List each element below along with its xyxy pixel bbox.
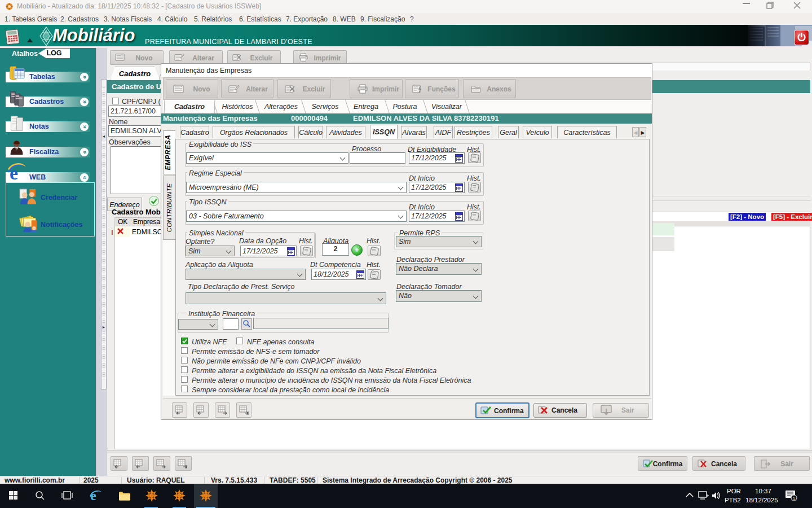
svg-text:1: 1	[793, 496, 796, 501]
